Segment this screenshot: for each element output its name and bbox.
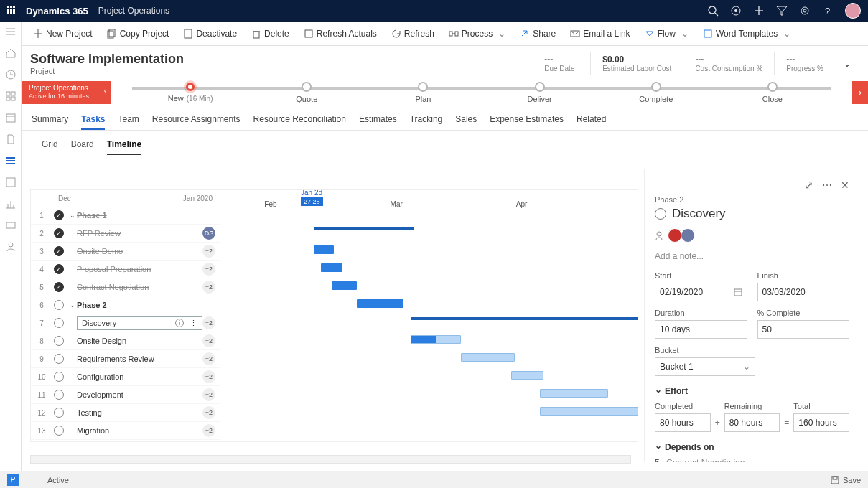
email-link-button[interactable]: Email a Link xyxy=(564,26,635,42)
svg-line-1 xyxy=(715,13,718,16)
svg-rect-33 xyxy=(305,30,312,37)
share-button[interactable]: Share xyxy=(514,26,561,42)
word-templates-button[interactable]: Word Templates⌄ xyxy=(697,26,796,42)
svg-point-3 xyxy=(734,9,737,12)
gear-icon[interactable] xyxy=(799,5,811,17)
command-bar: New Project Copy Project Deactivate Dele… xyxy=(22,22,868,46)
user-avatar[interactable] xyxy=(845,3,861,19)
svg-rect-31 xyxy=(253,32,259,38)
app-launcher-icon[interactable] xyxy=(7,6,17,16)
flow-button[interactable]: Flow⌄ xyxy=(639,26,694,42)
process-button[interactable]: Process⌄ xyxy=(443,26,511,42)
plus-icon[interactable] xyxy=(753,5,765,17)
new-project-button[interactable]: New Project xyxy=(27,26,98,42)
global-top-bar: Dynamics 365 Project Operations ? xyxy=(0,0,868,22)
refresh-button[interactable]: Refresh xyxy=(386,26,440,42)
delete-button[interactable]: Delete xyxy=(246,26,295,42)
brand-name: Dynamics 365 xyxy=(26,6,88,17)
svg-rect-35 xyxy=(455,32,458,36)
svg-rect-34 xyxy=(449,32,452,36)
target-icon[interactable] xyxy=(730,5,742,17)
svg-rect-30 xyxy=(185,29,192,38)
deactivate-button[interactable]: Deactivate xyxy=(177,26,243,42)
hamburger-icon[interactable] xyxy=(5,26,17,37)
filter-icon[interactable] xyxy=(776,5,788,17)
refresh-actuals-button[interactable]: Refresh Actuals xyxy=(298,26,383,42)
svg-point-8 xyxy=(803,9,806,12)
help-icon[interactable]: ? xyxy=(822,5,834,17)
search-icon[interactable] xyxy=(707,5,719,17)
app-name: Project Operations xyxy=(98,6,169,16)
svg-rect-38 xyxy=(704,30,711,37)
svg-text:?: ? xyxy=(825,6,830,17)
left-nav-rail xyxy=(0,22,22,46)
copy-project-button[interactable]: Copy Project xyxy=(101,26,175,42)
svg-point-7 xyxy=(801,7,808,14)
svg-marker-6 xyxy=(777,6,787,15)
svg-point-0 xyxy=(709,6,716,14)
